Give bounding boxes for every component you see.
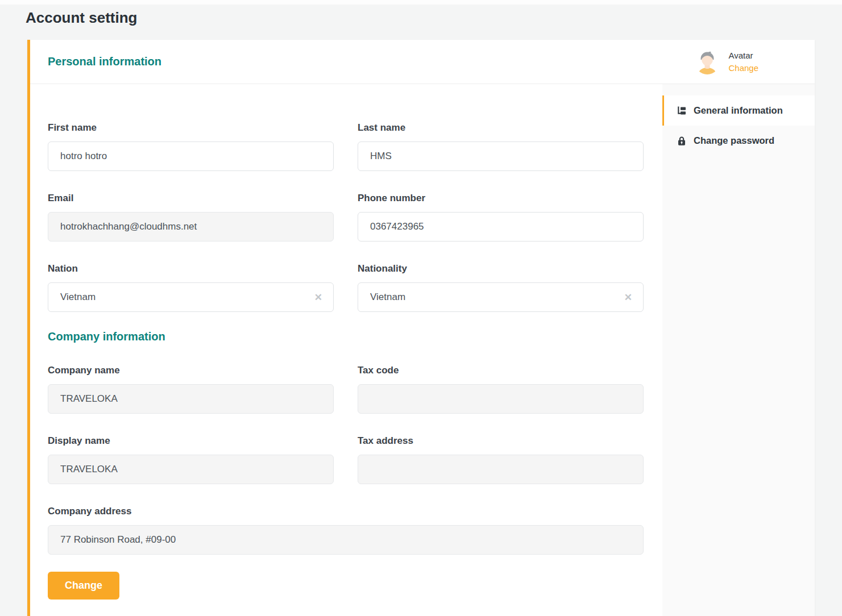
top-strip [0,0,842,5]
avatar [695,49,720,74]
form-row: First name Last name [48,122,644,171]
nationality-input[interactable] [358,282,644,312]
display-name-input [48,455,334,484]
nationality-clear-icon[interactable]: ✕ [624,293,632,302]
company-address-field-group: Company address [48,506,644,555]
avatar-label: Avatar [728,51,758,60]
avatar-change-link[interactable]: Change [728,63,758,73]
form-row: Company address [48,506,644,555]
lock-icon [676,135,687,147]
first-name-field-group: First name [48,122,334,171]
nation-input[interactable] [48,282,334,312]
card-header: Personal information Avatar Change [30,40,815,84]
form-area: First name Last name Email [30,84,662,616]
company-name-field-group: Company name [48,365,334,414]
settings-nav: General information Change password [662,84,815,616]
last-name-label: Last name [358,122,644,134]
email-input [48,212,334,242]
card-body: First name Last name Email [30,84,815,616]
company-name-input [48,384,334,414]
last-name-field-group: Last name [358,122,644,171]
nation-field-group: Nation ✕ [48,263,334,312]
form-row: Display name Tax address [48,435,644,484]
phone-label: Phone number [358,193,644,204]
tree-icon [676,105,687,116]
form-row: Nation ✕ Nationality ✕ [48,263,644,312]
tax-code-label: Tax code [358,365,644,376]
nav-item-change-password[interactable]: Change password [662,126,815,156]
phone-field-group: Phone number [358,193,644,242]
nav-item-general-information[interactable]: General information [662,95,815,126]
change-button[interactable]: Change [48,572,119,600]
avatar-texts: Avatar Change [728,51,758,73]
tax-address-label: Tax address [358,435,644,447]
nav-item-label: Change password [694,135,774,146]
phone-input[interactable] [358,212,644,242]
tax-code-field-group: Tax code [358,365,644,414]
tax-address-field-group: Tax address [358,435,644,484]
nationality-label: Nationality [358,263,644,274]
tax-code-input [358,384,644,414]
company-address-input [48,525,644,555]
company-name-label: Company name [48,365,334,376]
page-title: Account setting [0,5,842,27]
display-name-label: Display name [48,435,334,447]
company-address-label: Company address [48,506,644,517]
form-row: Email Phone number [48,193,644,242]
last-name-input[interactable] [358,141,644,171]
account-setting-card: Personal information Avatar Change [27,40,815,616]
personal-information-heading: Personal information [48,55,161,68]
nationality-field-group: Nationality ✕ [358,263,644,312]
nation-label: Nation [48,263,334,274]
avatar-block: Avatar Change [695,49,797,74]
email-field-group: Email [48,193,334,242]
first-name-label: First name [48,122,334,134]
company-information-heading: Company information [48,330,644,343]
nav-item-label: General information [694,105,783,116]
tax-address-input [358,455,644,484]
form-row: Company name Tax code [48,365,644,414]
nation-clear-icon[interactable]: ✕ [314,293,322,302]
display-name-field-group: Display name [48,435,334,484]
email-label: Email [48,193,334,204]
first-name-input[interactable] [48,141,334,171]
